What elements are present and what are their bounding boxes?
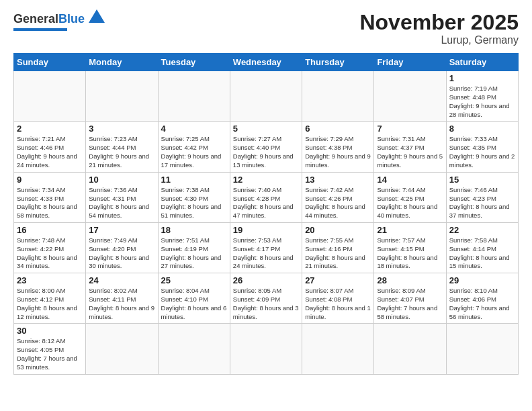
- day-number: 16: [17, 225, 83, 235]
- table-row: [302, 71, 374, 122]
- table-row: 28Sunrise: 8:09 AM Sunset: 4:07 PM Dayli…: [374, 273, 446, 324]
- th-wednesday: Wednesday: [230, 54, 302, 71]
- day-info: Sunrise: 8:12 AM Sunset: 4:05 PM Dayligh…: [17, 337, 83, 371]
- day-info: Sunrise: 7:27 AM Sunset: 4:40 PM Dayligh…: [233, 135, 299, 169]
- table-row: 8Sunrise: 7:33 AM Sunset: 4:35 PM Daylig…: [446, 122, 518, 172]
- table-row: 3Sunrise: 7:23 AM Sunset: 4:44 PM Daylig…: [86, 122, 158, 172]
- day-number: 30: [17, 326, 83, 336]
- day-number: 5: [233, 124, 299, 134]
- table-row: 24Sunrise: 8:02 AM Sunset: 4:11 PM Dayli…: [86, 273, 158, 324]
- table-row: 11Sunrise: 7:38 AM Sunset: 4:30 PM Dayli…: [158, 172, 230, 222]
- table-row: 14Sunrise: 7:44 AM Sunset: 4:25 PM Dayli…: [374, 172, 446, 222]
- table-row: [158, 71, 230, 122]
- day-info: Sunrise: 8:02 AM Sunset: 4:11 PM Dayligh…: [89, 287, 154, 321]
- day-number: 10: [89, 175, 154, 185]
- day-info: Sunrise: 7:53 AM Sunset: 4:17 PM Dayligh…: [233, 236, 299, 271]
- day-number: 1: [449, 73, 515, 83]
- table-row: 21Sunrise: 7:57 AM Sunset: 4:15 PM Dayli…: [374, 222, 446, 273]
- table-row: 26Sunrise: 8:05 AM Sunset: 4:09 PM Dayli…: [230, 273, 302, 324]
- day-number: 8: [449, 124, 515, 134]
- day-info: Sunrise: 7:46 AM Sunset: 4:23 PM Dayligh…: [449, 186, 515, 220]
- day-number: 29: [449, 275, 515, 285]
- day-number: 26: [233, 275, 299, 285]
- day-info: Sunrise: 7:36 AM Sunset: 4:31 PM Dayligh…: [89, 186, 154, 220]
- day-info: Sunrise: 7:40 AM Sunset: 4:28 PM Dayligh…: [233, 186, 299, 220]
- calendar-header-row: Sunday Monday Tuesday Wednesday Thursday…: [14, 54, 519, 71]
- day-info: Sunrise: 7:57 AM Sunset: 4:15 PM Dayligh…: [377, 236, 443, 271]
- day-number: 22: [449, 225, 515, 235]
- table-row: 30Sunrise: 8:12 AM Sunset: 4:05 PM Dayli…: [14, 324, 86, 374]
- table-row: 10Sunrise: 7:36 AM Sunset: 4:31 PM Dayli…: [86, 172, 158, 222]
- table-row: 23Sunrise: 8:00 AM Sunset: 4:12 PM Dayli…: [14, 273, 86, 324]
- table-row: 27Sunrise: 8:07 AM Sunset: 4:08 PM Dayli…: [302, 273, 374, 324]
- day-number: 24: [89, 275, 154, 285]
- day-number: 6: [305, 124, 371, 134]
- day-number: 27: [305, 275, 371, 285]
- day-info: Sunrise: 7:19 AM Sunset: 4:48 PM Dayligh…: [449, 85, 515, 119]
- day-number: 28: [377, 275, 443, 285]
- day-info: Sunrise: 7:55 AM Sunset: 4:16 PM Dayligh…: [305, 236, 371, 271]
- logo-text: GeneralBlue: [13, 13, 85, 25]
- day-number: 2: [17, 124, 83, 134]
- day-info: Sunrise: 8:07 AM Sunset: 4:08 PM Dayligh…: [305, 287, 371, 321]
- svg-marker-0: [89, 9, 105, 23]
- logo-icon: [87, 8, 106, 27]
- th-thursday: Thursday: [302, 54, 374, 71]
- th-saturday: Saturday: [446, 54, 518, 71]
- table-row: 6Sunrise: 7:29 AM Sunset: 4:38 PM Daylig…: [302, 122, 374, 172]
- day-info: Sunrise: 7:33 AM Sunset: 4:35 PM Dayligh…: [449, 135, 515, 169]
- table-row: 22Sunrise: 7:58 AM Sunset: 4:14 PM Dayli…: [446, 222, 518, 273]
- calendar-title: November 2025: [359, 11, 519, 34]
- day-number: 23: [17, 275, 83, 285]
- title-block: November 2025 Lurup, Germany: [359, 11, 519, 46]
- table-row: 5Sunrise: 7:27 AM Sunset: 4:40 PM Daylig…: [230, 122, 302, 172]
- day-info: Sunrise: 7:21 AM Sunset: 4:46 PM Dayligh…: [17, 135, 83, 169]
- table-row: 20Sunrise: 7:55 AM Sunset: 4:16 PM Dayli…: [302, 222, 374, 273]
- day-info: Sunrise: 7:25 AM Sunset: 4:42 PM Dayligh…: [161, 135, 227, 169]
- day-info: Sunrise: 8:10 AM Sunset: 4:06 PM Dayligh…: [449, 287, 515, 321]
- table-row: 29Sunrise: 8:10 AM Sunset: 4:06 PM Dayli…: [446, 273, 518, 324]
- table-row: [446, 324, 518, 374]
- table-row: [86, 324, 158, 374]
- table-row: [14, 71, 86, 122]
- day-number: 21: [377, 225, 443, 235]
- table-row: 19Sunrise: 7:53 AM Sunset: 4:17 PM Dayli…: [230, 222, 302, 273]
- day-info: Sunrise: 7:48 AM Sunset: 4:22 PM Dayligh…: [17, 236, 83, 271]
- day-number: 4: [161, 124, 227, 134]
- day-info: Sunrise: 8:04 AM Sunset: 4:10 PM Dayligh…: [161, 287, 227, 321]
- day-info: Sunrise: 7:44 AM Sunset: 4:25 PM Dayligh…: [377, 186, 443, 220]
- day-number: 11: [161, 175, 227, 185]
- page: GeneralBlue November 2025 Lurup, Germany…: [0, 0, 532, 411]
- day-info: Sunrise: 7:34 AM Sunset: 4:33 PM Dayligh…: [17, 186, 83, 220]
- day-info: Sunrise: 7:38 AM Sunset: 4:30 PM Dayligh…: [161, 186, 227, 220]
- table-row: [158, 324, 230, 374]
- day-info: Sunrise: 7:31 AM Sunset: 4:37 PM Dayligh…: [377, 135, 443, 169]
- table-row: 9Sunrise: 7:34 AM Sunset: 4:33 PM Daylig…: [14, 172, 86, 222]
- day-number: 7: [377, 124, 443, 134]
- table-row: 12Sunrise: 7:40 AM Sunset: 4:28 PM Dayli…: [230, 172, 302, 222]
- day-info: Sunrise: 8:09 AM Sunset: 4:07 PM Dayligh…: [377, 287, 443, 321]
- day-number: 19: [233, 225, 299, 235]
- day-number: 13: [305, 175, 371, 185]
- day-number: 18: [161, 225, 227, 235]
- th-tuesday: Tuesday: [158, 54, 230, 71]
- table-row: 15Sunrise: 7:46 AM Sunset: 4:23 PM Dayli…: [446, 172, 518, 222]
- table-row: 17Sunrise: 7:49 AM Sunset: 4:20 PM Dayli…: [86, 222, 158, 273]
- table-row: 4Sunrise: 7:25 AM Sunset: 4:42 PM Daylig…: [158, 122, 230, 172]
- table-row: [230, 324, 302, 374]
- day-number: 12: [233, 175, 299, 185]
- day-info: Sunrise: 7:58 AM Sunset: 4:14 PM Dayligh…: [449, 236, 515, 271]
- calendar-subtitle: Lurup, Germany: [359, 34, 519, 46]
- logo-bar: [13, 28, 67, 31]
- table-row: 25Sunrise: 8:04 AM Sunset: 4:10 PM Dayli…: [158, 273, 230, 324]
- calendar-table: Sunday Monday Tuesday Wednesday Thursday…: [13, 53, 519, 375]
- table-row: 18Sunrise: 7:51 AM Sunset: 4:19 PM Dayli…: [158, 222, 230, 273]
- th-friday: Friday: [374, 54, 446, 71]
- table-row: 13Sunrise: 7:42 AM Sunset: 4:26 PM Dayli…: [302, 172, 374, 222]
- table-row: [302, 324, 374, 374]
- day-number: 17: [89, 225, 154, 235]
- day-number: 20: [305, 225, 371, 235]
- th-sunday: Sunday: [14, 54, 86, 71]
- table-row: [374, 71, 446, 122]
- table-row: [230, 71, 302, 122]
